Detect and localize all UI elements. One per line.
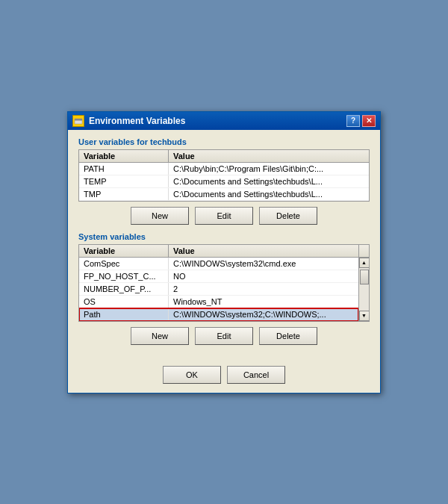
table-row[interactable]: PATH C:\Ruby\bin;C:\Program Files\Git\bi… <box>79 163 369 175</box>
environment-variables-dialog: Environment Variables ? ✕ User variables… <box>67 111 381 393</box>
system-col-variable-header: Variable <box>79 245 169 257</box>
user-row-1-val: C:\Documents and Settings\techbuds\L... <box>169 175 369 187</box>
dialog-footer: OK Cancel <box>68 361 380 393</box>
system-variables-section: System variables Variable Value ComSpec … <box>78 232 370 345</box>
user-row-0-var: PATH <box>79 163 169 175</box>
user-col-value-header: Value <box>169 150 369 162</box>
title-bar: Environment Variables ? ✕ <box>68 112 380 130</box>
user-button-row: New Edit Delete <box>78 207 370 225</box>
table-row[interactable]: NUMBER_OF_P... 2 <box>79 283 358 296</box>
user-table-header: Variable Value <box>79 150 369 163</box>
system-delete-button[interactable]: Delete <box>259 327 317 345</box>
user-row-2-val: C:\Documents and Settings\techbuds\L... <box>169 188 369 200</box>
scrollbar-placeholder <box>358 245 369 257</box>
table-row[interactable]: FP_NO_HOST_C... NO <box>79 270 358 283</box>
user-edit-button[interactable]: Edit <box>195 207 253 225</box>
system-col-value-header: Value <box>169 245 358 257</box>
system-section-label: System variables <box>78 232 370 241</box>
scroll-track[interactable] <box>359 268 369 311</box>
system-variables-table: Variable Value ComSpec C:\WINDOWS\system… <box>78 244 370 322</box>
user-delete-button[interactable]: Delete <box>259 207 317 225</box>
sys-row-1-val: NO <box>169 270 358 282</box>
sys-row-0-val: C:\WINDOWS\system32\cmd.exe <box>169 258 358 270</box>
user-row-1-var: TEMP <box>79 175 169 187</box>
help-button[interactable]: ? <box>346 115 360 127</box>
user-col-variable-header: Variable <box>79 150 169 162</box>
close-button[interactable]: ✕ <box>362 115 376 127</box>
table-row-selected[interactable]: Path C:\WINDOWS\system32;C:\WINDOWS;... <box>79 308 358 321</box>
system-new-button[interactable]: New <box>131 327 189 345</box>
dialog-icon <box>72 115 84 127</box>
user-variables-section: User variables for techbuds Variable Val… <box>78 137 370 225</box>
sys-row-2-var: NUMBER_OF_P... <box>79 283 169 295</box>
user-variables-table: Variable Value PATH C:\Ruby\bin;C:\Progr… <box>78 149 370 202</box>
title-bar-controls: ? ✕ <box>346 115 376 127</box>
user-table-body: PATH C:\Ruby\bin;C:\Program Files\Git\bi… <box>79 163 369 201</box>
scroll-up-arrow[interactable]: ▲ <box>359 258 370 268</box>
system-scrollbar[interactable]: ▲ ▼ <box>358 258 369 321</box>
user-new-button[interactable]: New <box>131 207 189 225</box>
sys-row-3-val: Windows_NT <box>169 296 358 308</box>
dialog-content: User variables for techbuds Variable Val… <box>68 130 380 361</box>
dialog-title: Environment Variables <box>89 116 185 126</box>
user-row-2-var: TMP <box>79 188 169 200</box>
system-edit-button[interactable]: Edit <box>195 327 253 345</box>
title-bar-left: Environment Variables <box>72 115 185 127</box>
table-row[interactable]: OS Windows_NT <box>79 296 358 308</box>
sys-row-2-val: 2 <box>169 283 358 295</box>
user-section-label: User variables for techbuds <box>78 137 370 146</box>
sys-row-0-var: ComSpec <box>79 258 169 270</box>
scroll-thumb[interactable] <box>360 270 369 284</box>
system-table-body: ComSpec C:\WINDOWS\system32\cmd.exe FP_N… <box>79 258 358 321</box>
system-table-header: Variable Value <box>79 245 369 258</box>
scroll-down-arrow[interactable]: ▼ <box>359 311 370 321</box>
table-row[interactable]: TEMP C:\Documents and Settings\techbuds\… <box>79 175 369 188</box>
system-table-scrollable: ComSpec C:\WINDOWS\system32\cmd.exe FP_N… <box>79 258 369 321</box>
sys-row-3-var: OS <box>79 296 169 308</box>
table-row[interactable]: ComSpec C:\WINDOWS\system32\cmd.exe <box>79 258 358 270</box>
sys-row-4-val: C:\WINDOWS\system32;C:\WINDOWS;... <box>169 308 358 320</box>
table-row[interactable]: TMP C:\Documents and Settings\techbuds\L… <box>79 188 369 201</box>
sys-row-1-var: FP_NO_HOST_C... <box>79 270 169 282</box>
svg-rect-1 <box>75 119 82 121</box>
ok-button[interactable]: OK <box>163 366 221 384</box>
sys-row-4-var: Path <box>79 308 169 320</box>
system-button-row: New Edit Delete <box>78 327 370 345</box>
cancel-button[interactable]: Cancel <box>227 366 285 384</box>
user-row-0-val: C:\Ruby\bin;C:\Program Files\Git\bin;C:.… <box>169 163 369 175</box>
